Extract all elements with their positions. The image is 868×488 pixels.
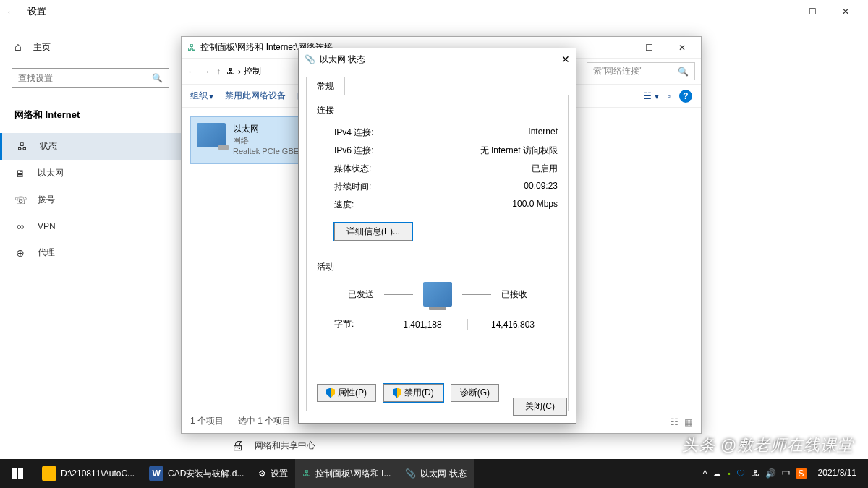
settings-titlebar: ← 设置 ─ ☐ ✕ [0,0,868,23]
home-icon: ⌂ [14,40,22,53]
tray-shield-icon[interactable]: 🛡 [736,468,745,479]
vpn-icon: ∞ [14,221,26,232]
activity-diagram: 已发送 已接收 [317,282,558,307]
tray-sogou-icon[interactable]: S [796,468,807,479]
nav-forward-icon[interactable]: → [202,67,210,77]
nav-dialup[interactable]: ☏拨号 [0,187,181,213]
speed-value: 100.0 Mbps [512,199,558,211]
diagnose-button[interactable]: 诊断(G) [451,384,499,402]
computer-icon [423,282,452,307]
taskbar-word[interactable]: W CAD安装与破解.d... [142,459,251,488]
tray-volume-icon[interactable]: 🔊 [765,468,776,479]
adapter-device: Realtek PCIe GBE [233,146,299,157]
tray-ime-icon[interactable]: 中 [782,468,791,480]
word-icon: W [149,466,163,481]
received-label: 已接收 [501,288,527,301]
disable-button[interactable]: 禁用(D) [383,384,443,402]
nav-status[interactable]: 🖧状态 [0,133,181,160]
general-tab[interactable]: 常规 [306,77,345,95]
activity-section-label: 活动 [317,261,558,273]
tray-network-icon[interactable]: 🖧 [751,468,760,479]
windows-logo-icon [12,468,23,479]
close-dialog-button[interactable]: 关闭(C) [513,398,567,416]
help-icon[interactable]: ? [679,90,692,103]
home-link[interactable]: ⌂ 主页 [0,35,181,59]
icons-view-icon[interactable]: ▦ [684,417,692,427]
ethernet-icon: 🖥 [14,168,26,179]
dlg-close-button[interactable]: ✕ [561,53,570,65]
search-icon: 🔍 [678,67,689,77]
folder-icon [42,466,56,481]
home-label: 主页 [33,41,51,53]
cp-close-button[interactable]: ✕ [665,38,698,58]
taskbar-status-dialog[interactable]: 📎 以太网 状态 [398,459,473,488]
adapter-icon [197,123,226,147]
taskbar-settings[interactable]: ⚙ 设置 [251,459,295,488]
details-button[interactable]: 详细信息(E)... [334,223,412,241]
sharing-center-link[interactable]: 🖨 网络和共享中心 [231,438,315,453]
properties-button[interactable]: 属性(P) [317,384,376,402]
ethernet-status-dialog: 📎 以太网 状态 ✕ 常规 连接 IPv4 连接:Internet IPv6 连… [298,48,576,424]
nav-vpn[interactable]: ∞VPN [0,213,181,239]
taskbar-control-panel[interactable]: 🖧 控制面板\网络和 I... [295,459,398,488]
connection-section-label: 连接 [317,104,558,116]
tab-content: 连接 IPv4 连接:Internet IPv6 连接:无 Internet 访… [306,95,569,411]
dialup-icon: ☏ [14,194,26,206]
settings-sidebar: ⌂ 主页 🔍 网络和 Internet 🖧状态 🖥以太网 ☏拨号 ∞VPN ⊕代… [0,23,181,459]
close-button[interactable]: ✕ [829,0,862,23]
chevron-down-icon: ▾ [209,91,213,101]
details-view-icon[interactable]: ☷ [671,417,678,427]
tray-chevron-up-icon[interactable]: ^ [703,468,707,479]
view-icon[interactable]: ☱ ▾ [644,91,658,101]
printer-icon: 🖨 [231,438,244,453]
search-settings-input[interactable]: 🔍 [12,68,169,88]
shield-icon [393,388,401,398]
section-header: 网络和 Internet [0,103,181,127]
maximize-button[interactable]: ☐ [796,0,829,23]
tray-graphics-icon[interactable]: ▪ [727,468,730,479]
taskbar: D:\210811\AutoC... W CAD安装与破解.d... ⚙ 设置 … [0,459,868,488]
bytes-sent-value: 1,401,188 [378,320,467,330]
nav-back-icon[interactable]: ← [187,67,196,77]
back-arrow-icon[interactable]: ← [6,6,16,17]
minimize-button[interactable]: ─ [762,0,796,23]
ethernet-status-icon: 📎 [305,54,315,64]
proxy-icon: ⊕ [14,247,26,259]
tray-onedrive-icon[interactable]: ☁ [712,468,721,479]
cp-minimize-button[interactable]: ─ [600,38,633,58]
nav-up-icon[interactable]: ↑ [216,67,221,77]
dlg-title: 以太网 状态 [320,53,365,66]
taskbar-explorer[interactable]: D:\210811\AutoC... [35,459,142,488]
search-icon: 🔍 [152,73,163,83]
organize-dropdown[interactable]: 组织 ▾ [190,90,213,102]
ipv6-value: 无 Internet 访问权限 [480,145,558,157]
preview-icon[interactable]: ▫ [668,91,671,101]
gear-icon: ⚙ [258,468,266,479]
ipv4-value: Internet [528,127,558,139]
watermark-text: 头条 @敷老师在线课堂 [682,435,854,456]
adapter-name: 以太网 [233,123,299,135]
media-value: 已启用 [532,163,558,175]
sent-label: 已发送 [348,288,374,301]
network-icon: 🖧 [302,468,311,479]
adapter-network: 网络 [233,135,299,146]
nav-proxy[interactable]: ⊕代理 [0,239,181,266]
network-folder-icon: 🖧 [226,67,235,77]
nav-ethernet[interactable]: 🖥以太网 [0,160,181,187]
start-button[interactable] [0,459,35,488]
disable-device-link[interactable]: 禁用此网络设备 [225,90,286,102]
cp-statusbar: 1 个项目 选中 1 个项目 [190,415,291,427]
cp-maximize-button[interactable]: ☐ [633,38,665,58]
ethernet-icon: 📎 [405,468,416,479]
network-icon: 🖧 [187,43,196,53]
shield-icon [326,388,335,398]
bytes-received-value: 14,416,803 [468,320,558,330]
status-icon: 🖧 [17,141,28,153]
dlg-titlebar: 📎 以太网 状态 ✕ [299,48,576,70]
system-tray: ^ ☁ ▪ 🛡 🖧 🔊 中 S 2021/8/11 [697,468,868,480]
tray-datetime[interactable]: 2021/8/11 [812,468,862,479]
cp-search-input[interactable]: 索"网络连接" 🔍 [587,62,695,80]
duration-value: 00:09:23 [524,181,558,193]
settings-title: 设置 [27,5,46,18]
